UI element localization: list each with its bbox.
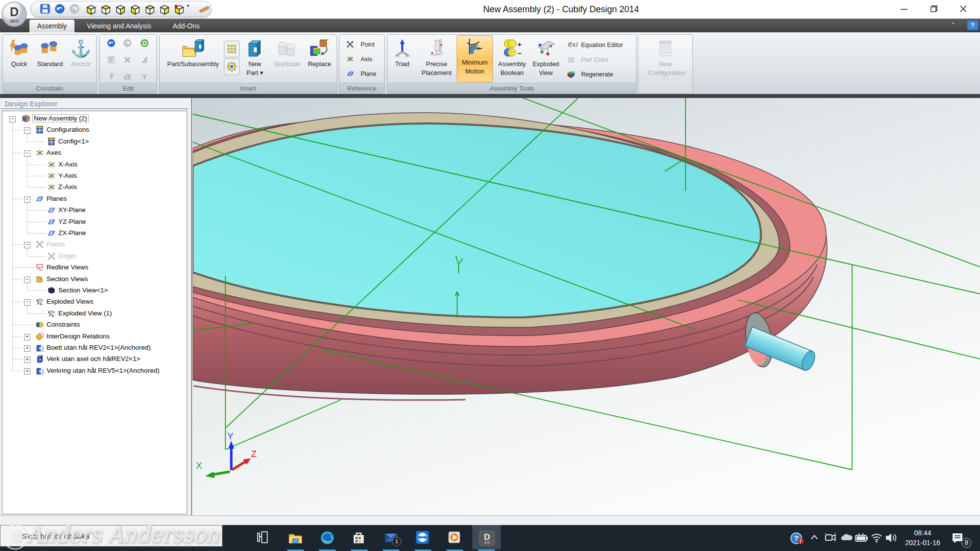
tree-expand-plus[interactable]: +: [24, 345, 30, 352]
tree-expand-plus[interactable]: +: [24, 357, 30, 363]
edit-tool-refresh-small[interactable]: [140, 39, 149, 48]
tool-part-color[interactable]: Part Color: [567, 55, 609, 64]
button-standard[interactable]: Standard: [32, 37, 68, 81]
tree-expand-minus[interactable]: −: [24, 196, 30, 203]
tree-item-label: Exploded View (1): [58, 310, 112, 317]
icon-quick-constrain: [1, 37, 37, 60]
view-cube-7-icon[interactable]: [173, 3, 185, 15]
tree-item-new-assembly-2[interactable]: −New Assembly (2): [2, 113, 184, 124]
tool-plane[interactable]: Plane: [346, 70, 376, 77]
tab-assembly[interactable]: Assembly: [29, 20, 74, 32]
taskbar-icon-file-explorer[interactable]: [288, 530, 303, 545]
taskbar-icon-task-view[interactable]: [256, 530, 271, 545]
help-button[interactable]: ?: [967, 21, 978, 30]
tray-icon-help-badge[interactable]: ?!: [790, 531, 805, 546]
button-exploded[interactable]: ExplodedView: [528, 37, 564, 81]
view-cube-5-icon[interactable]: [144, 3, 156, 15]
button-assembly[interactable]: +−AssemblyBoolean: [494, 37, 530, 81]
tool-equation-editor[interactable]: f(x)Equation Editor: [567, 41, 623, 49]
tab-viewing-and-analysis[interactable]: Viewing and Analysis: [74, 20, 165, 32]
ribbon-collapse-chevron[interactable]: ⌃: [951, 22, 956, 28]
svg-text:!: !: [800, 539, 801, 544]
tree-expand-minus[interactable]: −: [24, 127, 30, 134]
tool-axis[interactable]: Axis: [346, 55, 372, 63]
button-replace[interactable]: Replace: [302, 37, 337, 81]
taskbar-icon-edge[interactable]: [320, 530, 335, 545]
tree-expand-minus[interactable]: −: [24, 299, 30, 306]
edit-tool-pin-small[interactable]: [107, 72, 116, 81]
taskbar-icon-teamviewer[interactable]: [416, 530, 430, 545]
button-minimum[interactable]: MinimumMotion: [457, 35, 493, 82]
edit-tool-undo-small[interactable]: [107, 39, 116, 48]
icon-exploded: [36, 298, 44, 306]
tray-icon-volume[interactable]: [885, 531, 898, 544]
tray-icon-chevron-up[interactable]: [809, 531, 819, 543]
button-precise[interactable]: PrecisePlacement: [419, 37, 454, 81]
edit-tool-pattern-small[interactable]: [123, 72, 132, 81]
tree-item-exploded-views[interactable]: −Exploded Views: [2, 296, 184, 308]
minimize-button[interactable]: [897, 3, 911, 15]
tree-item-interdesign-relations[interactable]: +InterDesign Relations: [2, 331, 184, 342]
tree-item-section-views[interactable]: −Section Views: [2, 274, 184, 285]
button-new[interactable]: NewPart ▾: [237, 37, 272, 81]
tree-expand-minus[interactable]: −: [9, 116, 16, 122]
tree-expand-plus[interactable]: +: [24, 334, 30, 340]
restore-button[interactable]: [926, 3, 940, 15]
taskbar-icon-cubify-design[interactable]: D3DS: [479, 530, 494, 545]
tree-connector: [27, 157, 27, 187]
edit-tool-suppress-small[interactable]: [140, 55, 149, 64]
edit-tool-notes-small[interactable]: [107, 55, 116, 64]
button-new[interactable]: NewConfiguration: [648, 37, 683, 81]
tool-regenerate[interactable]: Regenerate: [567, 70, 613, 78]
tree-expand-minus[interactable]: −: [24, 242, 30, 248]
panel-splitter[interactable]: [191, 98, 192, 515]
tree-item-configurations[interactable]: −Configurations: [2, 124, 184, 136]
tree-connector: [27, 283, 27, 290]
tool-point[interactable]: Point: [346, 41, 375, 48]
dropdown-caret-icon[interactable]: [186, 3, 197, 15]
view-cube-4-icon[interactable]: [129, 3, 141, 15]
button-quick[interactable]: Quick: [1, 37, 37, 81]
pattern-button-circular-pattern[interactable]: [224, 58, 240, 75]
tray-icon-onedrive[interactable]: [839, 531, 853, 543]
tree-connector: [13, 267, 35, 268]
tree-expand-plus[interactable]: +: [24, 368, 30, 375]
pattern-button-linear-pattern[interactable]: [224, 41, 240, 57]
tab-add-ons[interactable]: Add-Ons: [165, 20, 208, 32]
tree-expand-minus[interactable]: −: [24, 150, 30, 157]
tree-expand-minus[interactable]: −: [24, 277, 30, 283]
tree-item-verk-utan-axel-och-h-lrev2-1[interactable]: +Verk utan axel och hålREV2<1>: [2, 354, 184, 365]
edit-tool-fan-small[interactable]: [140, 72, 149, 81]
tree-item-label: Redline Views: [47, 264, 88, 271]
button-part-subassembly[interactable]: Part/Subassembly: [161, 37, 225, 81]
edit-tool-redo-small[interactable]: [123, 39, 132, 48]
taskbar-icon-media-player[interactable]: [447, 530, 462, 545]
redo-icon[interactable]: [69, 3, 81, 15]
close-button[interactable]: [956, 3, 971, 15]
view-cube-6-icon[interactable]: [159, 3, 171, 15]
viewport-3d[interactable]: Y X Z: [193, 98, 980, 515]
save-icon[interactable]: [40, 3, 51, 15]
view-cube-1-icon[interactable]: [85, 3, 97, 15]
button-triad[interactable]: Triad: [385, 37, 420, 81]
tree-item-points[interactable]: −Points: [2, 239, 184, 250]
taskbar-icon-store[interactable]: [352, 530, 367, 545]
undo-icon[interactable]: [54, 3, 66, 15]
view-cube-3-icon[interactable]: [115, 3, 126, 15]
app-logo-3ds[interactable]: D 3DS: [1, 1, 27, 27]
measure-tool-icon[interactable]: [198, 3, 210, 15]
button-label: New: [237, 60, 272, 69]
panel-title: Design Explorer: [5, 100, 57, 108]
tray-icon-wifi[interactable]: [870, 531, 883, 544]
tray-icon-battery[interactable]: [855, 531, 868, 544]
taskbar-clock[interactable]: 08:44 2021-01-16: [901, 528, 945, 548]
tree-item-boett-utan-h-l-rev2-1-anchored[interactable]: +⚓Boett utan hål REV2<1>(Anchored): [2, 342, 184, 354]
view-cube-2-icon[interactable]: [100, 3, 112, 15]
button-anchor[interactable]: ⚓Anchor: [63, 37, 98, 81]
tree-item-axes[interactable]: −Axes: [2, 147, 184, 159]
tray-icon-meet-now[interactable]: [824, 531, 837, 544]
edit-tool-delete-small[interactable]: [123, 55, 132, 64]
button-duplicate[interactable]: Duplicate: [270, 37, 305, 81]
tree-item-verkring-utan-h-l-rev5-1-anchored[interactable]: +⚓Verkring utan hål REV5<1>(Anchored): [2, 365, 184, 377]
tree-item-planes[interactable]: −Planes: [2, 193, 184, 205]
